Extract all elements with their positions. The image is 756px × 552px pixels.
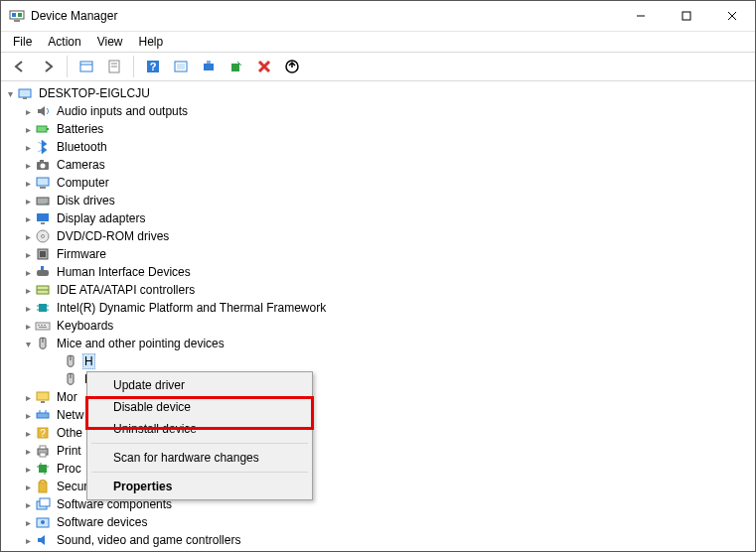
svg-rect-16 xyxy=(177,64,185,69)
toolbar-refresh-button[interactable] xyxy=(168,54,194,79)
tree-node-cat-3[interactable]: ▸Cameras xyxy=(1,156,755,174)
tree-node-child-13-0[interactable]: H xyxy=(1,352,755,370)
expander-icon[interactable]: ▸ xyxy=(21,176,35,190)
toolbar-scan-button[interactable] xyxy=(224,54,249,79)
expander-icon[interactable]: ▸ xyxy=(21,444,35,458)
tree-node-cat-11[interactable]: ▸Intel(R) Dynamic Platform and Thermal F… xyxy=(1,299,755,317)
window-title: Device Manager xyxy=(31,9,618,23)
expander-icon[interactable]: ▾ xyxy=(21,337,35,350)
menu-action[interactable]: Action xyxy=(40,33,88,51)
sound-icon xyxy=(35,532,51,548)
toolbar-uninstall-button[interactable] xyxy=(251,54,277,79)
expander-icon[interactable]: ▸ xyxy=(21,283,35,297)
expander-icon[interactable]: ▸ xyxy=(21,533,35,547)
context-menu-item-2[interactable]: Uninstall device xyxy=(89,418,310,440)
menu-file[interactable]: File xyxy=(5,33,40,51)
tree-node-label: Disk drives xyxy=(55,193,117,208)
tree-node-root[interactable]: ▾DESKTOP-EIGLCJU xyxy=(1,84,755,102)
expander-icon[interactable]: ▸ xyxy=(21,211,35,225)
menu-view[interactable]: View xyxy=(89,33,131,51)
context-menu-separator xyxy=(91,472,308,473)
menu-help[interactable]: Help xyxy=(131,33,172,51)
expander-icon[interactable]: ▸ xyxy=(21,265,35,279)
context-menu-item-4[interactable]: Scan for hardware changes xyxy=(89,447,310,469)
tree-node-cat-6[interactable]: ▸Display adapters xyxy=(1,209,755,227)
toolbar-update-driver-button[interactable] xyxy=(196,54,222,79)
expander-icon[interactable]: ▸ xyxy=(21,426,35,440)
tree-node-label: Mor xyxy=(55,389,79,405)
tree-node-cat-22[interactable]: ▸Sound, video and game controllers xyxy=(1,531,755,549)
expander-icon[interactable]: ▸ xyxy=(21,462,35,476)
tree-node-cat-4[interactable]: ▸Computer xyxy=(1,174,755,192)
toolbar-properties-button[interactable] xyxy=(101,54,127,79)
expander-icon[interactable]: ▸ xyxy=(21,140,35,154)
tree-node-label: Software devices xyxy=(55,514,149,530)
expander-icon[interactable]: ▾ xyxy=(3,86,17,100)
expander-icon[interactable]: ▸ xyxy=(21,480,35,493)
expander-icon[interactable]: ▸ xyxy=(21,229,35,243)
svg-rect-40 xyxy=(37,270,49,276)
context-menu-item-0[interactable]: Update driver xyxy=(89,374,310,396)
close-button[interactable] xyxy=(709,1,755,31)
svg-rect-18 xyxy=(207,61,211,64)
svg-rect-53 xyxy=(39,327,47,328)
expander-icon[interactable]: ▸ xyxy=(21,301,35,315)
tree-node-cat-21[interactable]: ▸Software devices xyxy=(1,513,755,531)
tree-node-cat-8[interactable]: ▸Firmware xyxy=(1,245,755,263)
mouse-icon xyxy=(35,336,51,351)
svg-rect-66 xyxy=(40,453,46,457)
hid-icon xyxy=(35,264,51,280)
context-menu-item-6[interactable]: Properties xyxy=(89,476,310,497)
toolbar-safely-remove-button[interactable] xyxy=(279,54,305,79)
svg-rect-29 xyxy=(40,160,44,162)
camera-icon xyxy=(35,157,51,173)
svg-rect-51 xyxy=(41,325,43,326)
minimize-button[interactable] xyxy=(618,1,664,31)
toolbar-back-button[interactable] xyxy=(7,54,33,79)
tree-node-label: Firmware xyxy=(55,246,108,262)
tree-node-label: Batteries xyxy=(55,121,105,137)
expander-icon[interactable]: ▸ xyxy=(21,194,35,207)
tree-node-cat-1[interactable]: ▸Batteries xyxy=(1,120,755,138)
tree-node-cat-9[interactable]: ▸Human Interface Devices xyxy=(1,263,755,281)
expander-icon[interactable]: ▸ xyxy=(21,408,35,422)
expander-icon[interactable]: ▸ xyxy=(21,515,35,529)
tree-node-cat-7[interactable]: ▸DVD/CD-ROM drives xyxy=(1,227,755,245)
toolbar-separator xyxy=(67,56,68,77)
svg-text:?: ? xyxy=(40,428,46,439)
tree-node-label: Cameras xyxy=(55,157,107,173)
context-menu-item-1[interactable]: Disable device xyxy=(89,396,310,418)
expander-icon[interactable]: ▸ xyxy=(21,319,35,333)
sw-comp-icon xyxy=(35,496,51,512)
svg-point-76 xyxy=(41,520,45,524)
tree-node-cat-13[interactable]: ▾Mice and other pointing devices xyxy=(1,335,755,352)
toolbar-help-button[interactable]: ? xyxy=(140,54,166,79)
tree-node-label: Sound, video and game controllers xyxy=(55,532,242,548)
tree-node-label: Audio inputs and outputs xyxy=(55,103,190,119)
svg-rect-65 xyxy=(40,446,46,449)
svg-rect-59 xyxy=(37,413,49,418)
svg-rect-1 xyxy=(12,13,16,17)
tree-node-cat-5[interactable]: ▸Disk drives xyxy=(1,192,755,209)
expander-icon[interactable]: ▸ xyxy=(21,158,35,172)
expander-icon[interactable]: ▸ xyxy=(21,497,35,511)
titlebar: Device Manager xyxy=(1,1,755,32)
expander-icon[interactable]: ▸ xyxy=(21,122,35,136)
expander-icon[interactable]: ▸ xyxy=(21,390,35,404)
maximize-button[interactable] xyxy=(664,1,709,31)
tree-node-label: H xyxy=(82,353,95,369)
toolbar-show-hidden-button[interactable] xyxy=(74,54,99,79)
tree-node-label: Display adapters xyxy=(55,210,147,226)
expander-icon[interactable]: ▸ xyxy=(21,104,35,118)
tree-node-cat-2[interactable]: ▸Bluetooth xyxy=(1,138,755,156)
tree-node-label: Intel(R) Dynamic Platform and Thermal Fr… xyxy=(55,300,328,316)
tree-node-label: Mice and other pointing devices xyxy=(55,336,227,351)
tree-node-cat-12[interactable]: ▸Keyboards xyxy=(1,317,755,335)
svg-rect-30 xyxy=(37,178,49,186)
expander-icon[interactable]: ▸ xyxy=(21,247,35,261)
tree-node-cat-10[interactable]: ▸IDE ATA/ATAPI controllers xyxy=(1,281,755,299)
chip-icon xyxy=(35,300,51,316)
toolbar-forward-button[interactable] xyxy=(35,54,61,79)
tree-node-cat-0[interactable]: ▸Audio inputs and outputs xyxy=(1,102,755,120)
svg-rect-35 xyxy=(41,222,45,224)
